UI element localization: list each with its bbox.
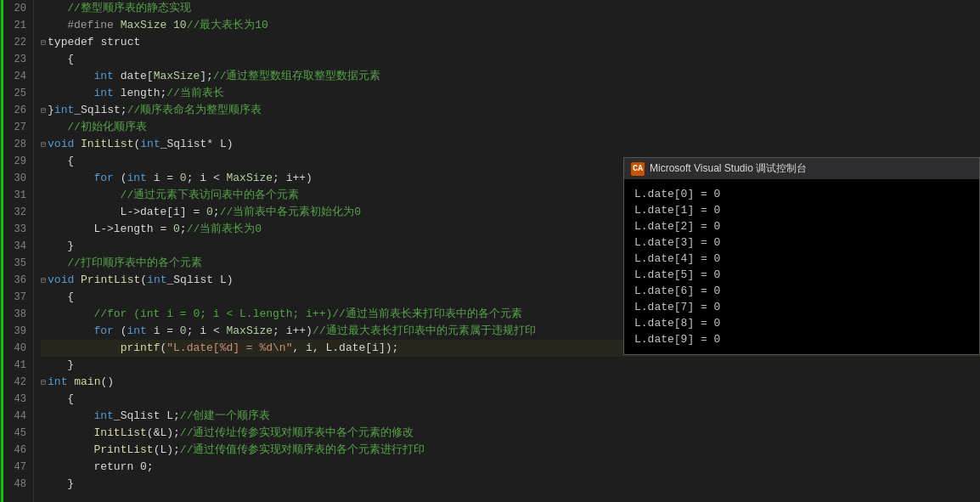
code-line-24: int date[MaxSize];//通过整型数组存取整型数据元素 (41, 68, 980, 85)
code-line-48: } (41, 476, 980, 493)
line-num-35: 35 (10, 255, 26, 272)
code-line-21: #define MaxSize 10//最大表长为10 (41, 17, 980, 34)
line-num-21: 21 (10, 17, 26, 34)
line-num-27: 27 (10, 119, 26, 136)
line-num-20: 20 (10, 0, 26, 17)
line-num-48: 48 (10, 476, 26, 493)
debug-output-line-1: L.date[1] = 0 (634, 202, 969, 218)
line-num-29: 29 (10, 153, 26, 170)
code-line-20: //整型顺序表的静态实现 (41, 0, 980, 17)
line-num-23: 23 (10, 51, 26, 68)
debug-output-line-9: L.date[9] = 0 (634, 331, 969, 347)
code-line-28: ⊟void InitList(int_Sqlist* L) (41, 136, 980, 153)
code-line-46: PrintList(L);//通过传值传参实现对顺序表的各个元素进行打印 (41, 442, 980, 459)
line-num-37: 37 (10, 289, 26, 306)
code-line-27: //初始化顺序表 (41, 119, 980, 136)
collapse-icon-42[interactable]: ⊟ (41, 375, 46, 392)
line-num-38: 38 (10, 306, 26, 323)
line-num-47: 47 (10, 459, 26, 476)
code-line-44: int_Sqlist L;//创建一个顺序表 (41, 408, 980, 425)
debug-output-line-2: L.date[2] = 0 (634, 218, 969, 234)
collapse-icon-26[interactable]: ⊟ (41, 103, 46, 120)
vs-icon: CA (631, 162, 645, 176)
line-num-24: 24 (10, 68, 26, 85)
line-num-45: 45 (10, 425, 26, 442)
line-num-41: 41 (10, 357, 26, 374)
code-line-25: int length;//当前表长 (41, 85, 980, 102)
debug-output-line-3: L.date[3] = 0 (634, 234, 969, 251)
line-num-36: 36 (10, 272, 26, 289)
debug-console: CA Microsoft Visual Studio 调试控制台 L.date[… (623, 157, 980, 355)
code-line-23: { (41, 51, 980, 68)
line-num-28: 28 (10, 136, 26, 153)
code-line-22: ⊟typedef struct (41, 34, 980, 51)
debug-output-line-6: L.date[6] = 0 (634, 283, 969, 299)
collapse-icon-22[interactable]: ⊟ (41, 35, 46, 52)
line-num-31: 31 (10, 187, 26, 204)
line-num-33: 33 (10, 221, 26, 238)
code-line-43: { (41, 391, 980, 408)
line-num-44: 44 (10, 408, 26, 425)
line-numbers: 2021222324252627282930313233343536373839… (3, 0, 34, 502)
line-num-22: 22 (10, 34, 26, 51)
line-num-34: 34 (10, 238, 26, 255)
editor-area: 2021222324252627282930313233343536373839… (3, 0, 980, 502)
line-num-32: 32 (10, 204, 26, 221)
line-num-46: 46 (10, 442, 26, 459)
collapse-icon-36[interactable]: ⊟ (41, 273, 46, 290)
line-num-30: 30 (10, 170, 26, 187)
line-num-42: 42 (10, 374, 26, 391)
debug-output-line-5: L.date[5] = 0 (634, 267, 969, 283)
debug-output-line-8: L.date[8] = 0 (634, 315, 969, 331)
code-line-45: InitList(&L);//通过传址传参实现对顺序表中各个元素的修改 (41, 425, 980, 442)
debug-output-line-4: L.date[4] = 0 (634, 251, 969, 267)
debug-title: Microsoft Visual Studio 调试控制台 (650, 161, 807, 176)
debug-output-line-7: L.date[7] = 0 (634, 299, 969, 315)
line-num-25: 25 (10, 85, 26, 102)
code-line-41: } (41, 357, 980, 374)
line-num-26: 26 (10, 102, 26, 119)
code-line-47: return 0; (41, 459, 980, 476)
code-line-26: ⊟}int_Sqlist;//顺序表命名为整型顺序表 (41, 102, 980, 119)
debug-titlebar: CA Microsoft Visual Studio 调试控制台 (624, 158, 979, 179)
collapse-icon-28[interactable]: ⊟ (41, 137, 46, 154)
line-num-39: 39 (10, 323, 26, 340)
code-line-42: ⊟int main() (41, 374, 980, 391)
debug-body: L.date[0] = 0L.date[1] = 0L.date[2] = 0L… (624, 179, 979, 354)
line-num-40: 40 (10, 340, 26, 357)
debug-output-line-0: L.date[0] = 0 (634, 186, 969, 202)
line-num-43: 43 (10, 391, 26, 408)
